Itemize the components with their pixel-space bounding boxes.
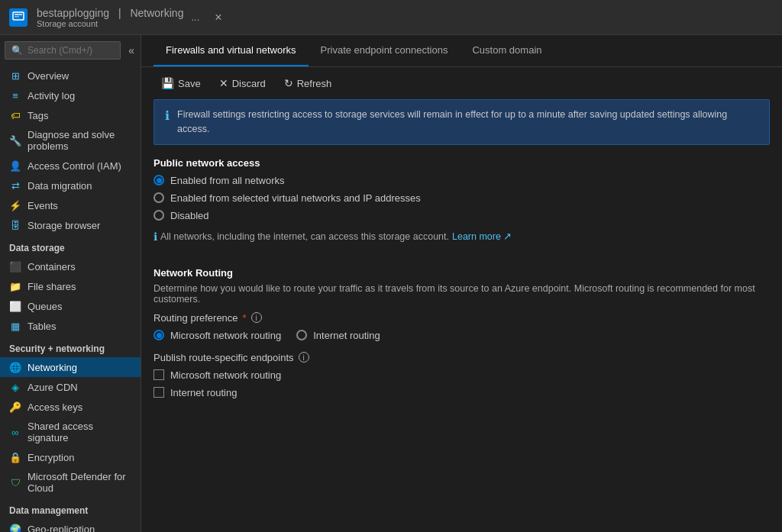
- globe-icon: 🌍: [9, 523, 21, 532]
- tab-private-endpoint[interactable]: Private endpoint connections: [309, 35, 460, 66]
- sidebar-item-defender[interactable]: 🛡 Microsoft Defender for Cloud: [0, 467, 141, 498]
- publish-info-icon[interactable]: i: [299, 352, 309, 363]
- discard-button[interactable]: ✕ Discard: [212, 73, 273, 93]
- network-icon: 🌐: [9, 361, 21, 373]
- radio-enabled-all-input[interactable]: [153, 175, 164, 185]
- tab-custom-domain[interactable]: Custom domain: [460, 35, 554, 66]
- sidebar-item-label: Data migration: [27, 180, 92, 192]
- app-icon: [9, 8, 27, 27]
- sidebar: 🔍 « ⊞ Overview ≡ Activity log 🏷 Tags 🔧 D…: [0, 35, 141, 532]
- sidebar-item-label: Storage browser: [27, 220, 100, 231]
- refresh-button[interactable]: ↻ Refresh: [276, 73, 340, 93]
- sidebar-item-label: Access Control (IAM): [27, 160, 121, 172]
- checkbox-microsoft-routing[interactable]: Microsoft network routing: [153, 369, 770, 381]
- svg-rect-1: [15, 14, 22, 15]
- learn-more-link[interactable]: Learn more ↗: [452, 231, 512, 242]
- ellipsis-button[interactable]: ...: [186, 10, 204, 24]
- radio-microsoft-routing[interactable]: Microsoft network routing: [153, 330, 281, 341]
- collapse-sidebar-button[interactable]: «: [125, 41, 137, 60]
- refresh-icon: ↻: [284, 77, 293, 89]
- radio-microsoft-routing-label: Microsoft network routing: [170, 330, 281, 341]
- sidebar-item-shared-access[interactable]: ∞ Shared access signature: [0, 417, 141, 447]
- sidebar-item-containers[interactable]: ⬛ Containers: [0, 256, 141, 276]
- sidebar-item-access-control[interactable]: 👤 Access Control (IAM): [0, 156, 141, 176]
- public-network-access-title: Public network access: [153, 157, 770, 169]
- network-routing-section: Network Routing Determine how you would …: [141, 267, 782, 411]
- shield-icon: 🛡: [9, 476, 21, 488]
- sidebar-item-label: Diagnose and solve problems: [27, 129, 131, 152]
- sidebar-item-file-shares[interactable]: 📁 File shares: [0, 276, 141, 296]
- routing-info-icon[interactable]: i: [251, 312, 262, 323]
- signature-icon: ∞: [9, 426, 21, 438]
- radio-enabled-selected[interactable]: Enabled from selected virtual networks a…: [153, 192, 770, 204]
- radio-microsoft-routing-input[interactable]: [153, 330, 164, 340]
- sidebar-item-encryption[interactable]: 🔒 Encryption: [0, 447, 141, 467]
- sidebar-item-overview[interactable]: ⊞ Overview: [0, 66, 141, 85]
- sidebar-item-activity-log[interactable]: ≡ Activity log: [0, 85, 141, 105]
- sidebar-item-label: Encryption: [27, 452, 74, 463]
- title-bar-actions: ... ×: [186, 9, 226, 26]
- sidebar-item-label: Networking: [27, 362, 77, 373]
- content-area: Firewalls and virtual networks Private e…: [141, 35, 782, 532]
- radio-enabled-selected-label: Enabled from selected virtual networks a…: [170, 192, 421, 204]
- lock-icon: 🔒: [9, 451, 21, 463]
- storage-browser-icon: 🗄: [9, 219, 21, 231]
- public-network-info: ℹ All networks, including the internet, …: [153, 231, 770, 243]
- sidebar-item-networking[interactable]: 🌐 Networking: [0, 357, 141, 377]
- public-network-radio-group: Enabled from all networks Enabled from s…: [153, 175, 770, 221]
- info-banner-icon: ℹ: [165, 108, 170, 123]
- sidebar-item-tags[interactable]: 🏷 Tags: [0, 105, 141, 125]
- sidebar-item-label: Overview: [27, 70, 69, 82]
- public-network-info-text: All networks, including the internet, ca…: [160, 231, 449, 242]
- radio-internet-routing[interactable]: Internet routing: [296, 330, 380, 341]
- network-routing-description: Determine how you would like to route yo…: [153, 283, 770, 305]
- radio-internet-routing-label: Internet routing: [313, 330, 380, 341]
- radio-enabled-selected-input[interactable]: [153, 192, 164, 203]
- checkbox-microsoft-routing-input[interactable]: [153, 369, 164, 380]
- radio-disabled-input[interactable]: [153, 210, 164, 221]
- radio-internet-routing-input[interactable]: [296, 330, 307, 340]
- cdn-icon: ◈: [9, 381, 21, 393]
- sidebar-item-data-migration[interactable]: ⇄ Data migration: [0, 176, 141, 195]
- close-button[interactable]: ×: [210, 9, 226, 26]
- sidebar-item-label: Activity log: [27, 90, 75, 102]
- radio-disabled[interactable]: Disabled: [153, 210, 770, 221]
- network-routing-title: Network Routing: [153, 267, 770, 279]
- tabs-header: Firewalls and virtual networks Private e…: [141, 35, 782, 67]
- info-banner: ℹ Firewall settings restricting access t…: [153, 99, 770, 145]
- radio-enabled-all[interactable]: Enabled from all networks: [153, 175, 770, 186]
- sidebar-item-azure-cdn[interactable]: ◈ Azure CDN: [0, 377, 141, 397]
- svg-rect-2: [15, 16, 19, 18]
- sidebar-item-events[interactable]: ⚡ Events: [0, 195, 141, 215]
- grid-icon: ⊞: [9, 69, 21, 82]
- sidebar-item-geo-replication[interactable]: 🌍 Geo-replication: [0, 519, 141, 532]
- checkbox-internet-routing-input[interactable]: [153, 387, 164, 398]
- required-star: *: [243, 312, 247, 324]
- checkbox-internet-routing[interactable]: Internet routing: [153, 387, 770, 398]
- publish-checkbox-group: Microsoft network routing Internet routi…: [153, 369, 770, 398]
- routing-preference-label: Routing preference * i: [153, 312, 770, 324]
- tab-firewalls[interactable]: Firewalls and virtual networks: [153, 35, 309, 66]
- sidebar-item-diagnose[interactable]: 🔧 Diagnose and solve problems: [0, 125, 141, 156]
- save-button[interactable]: 💾 Save: [153, 73, 208, 93]
- toolbar: 💾 Save ✕ Discard ↻ Refresh: [141, 67, 782, 99]
- sidebar-item-label: Microsoft Defender for Cloud: [27, 471, 131, 494]
- key-icon: 🔑: [9, 401, 21, 413]
- sidebar-item-storage-browser[interactable]: 🗄 Storage browser: [0, 215, 141, 235]
- search-input[interactable]: [27, 45, 114, 56]
- window-subtitle: Storage account: [37, 19, 186, 28]
- sidebar-item-label: Shared access signature: [27, 421, 131, 443]
- save-icon: 💾: [161, 77, 174, 89]
- sidebar-item-label: Azure CDN: [27, 382, 78, 393]
- radio-disabled-label: Disabled: [170, 210, 209, 221]
- search-box[interactable]: 🔍: [5, 41, 121, 60]
- sidebar-item-access-keys[interactable]: 🔑 Access keys: [0, 397, 141, 417]
- table-icon: ▦: [9, 320, 21, 332]
- info-icon: ℹ: [153, 231, 157, 243]
- routing-options: Microsoft network routing Internet routi…: [153, 330, 770, 341]
- public-network-access-section: Public network access Enabled from all n…: [141, 157, 782, 267]
- sidebar-item-tables[interactable]: ▦ Tables: [0, 316, 141, 336]
- sidebar-item-queues[interactable]: ⬜ Queues: [0, 296, 141, 316]
- sidebar-item-label: Tables: [27, 321, 57, 332]
- section-data-management: Data management: [0, 498, 141, 519]
